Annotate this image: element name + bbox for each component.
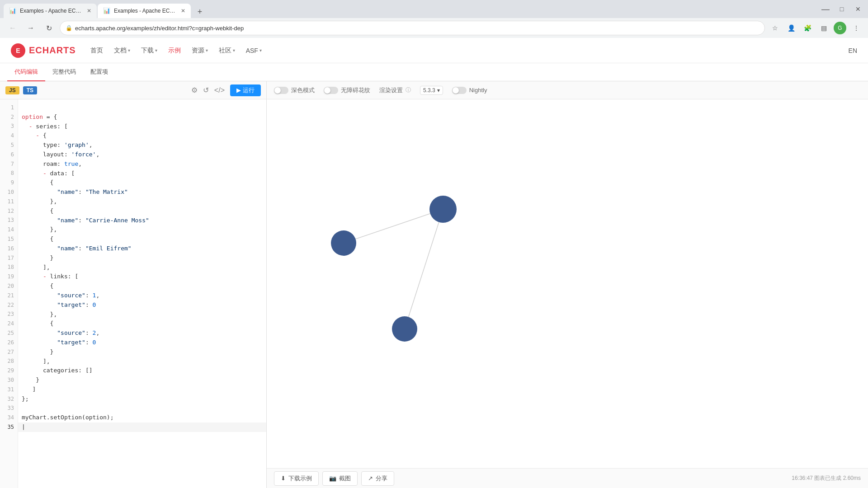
editor-tabs: 代码编辑 完整代码 配置项 [0,63,868,81]
settings-icon[interactable]: ⚙ [191,86,198,94]
refresh-icon[interactable]: ↺ [203,86,209,94]
line-num-4: 4 [0,131,18,141]
docs-arrow: ▾ [128,48,130,53]
chart-bottom: ⬇ 下载示例 📷 截图 ↗ 分享 16:36:47 图表已生成 2.60ms [267,468,868,488]
back-button[interactable]: ← [5,21,20,35]
code-line-8: - data: [ [18,169,266,178]
line-num-24: 24 [0,319,18,328]
line-num-30: 30 [0,375,18,385]
nav-menu: 首页 文档 ▾ 下载 ▾ 示例 资源 ▾ 社区 [90,45,262,56]
code-line-22: "target": 0 [18,300,266,310]
nav-item-community[interactable]: 社区 ▾ [219,45,235,56]
line-num-34: 34 [0,413,18,422]
screenshot-button[interactable]: 📷 截图 [322,471,358,486]
line-num-11: 11 [0,197,18,206]
line-num-29: 29 [0,366,18,375]
code-line-26: "target": 0 [18,338,266,347]
address-bar[interactable]: 🔒 echarts.apache.org/examples/zh/editor.… [60,21,765,35]
code-line-34: myChart.setOption(option); [18,413,266,422]
tab-code-edit[interactable]: 代码编辑 [7,63,45,81]
tab-config[interactable]: 配置项 [83,63,115,81]
logo-area: E ECHARTS [11,43,76,58]
line-num-27: 27 [0,347,18,357]
url-text: echarts.apache.org/examples/zh/editor.ht… [75,25,759,32]
accessibility-toggle[interactable] [324,87,338,94]
dark-mode-toggle[interactable] [274,87,288,94]
code-editor[interactable]: 1 2 3 4 5 6 7 8 9 10 11 12 13 14 [0,99,266,488]
line-num-12: 12 [0,206,18,216]
minimize-button[interactable]: — [819,3,832,15]
render-settings-group[interactable]: 渲染设置 ⓘ [379,86,411,94]
new-tab-button[interactable]: + [193,5,206,18]
chart-node-3[interactable] [392,316,417,342]
code-line-19: - links: [ [18,272,266,282]
code-toolbar-icons: ⚙ ↺ </> ▶ 运行 [191,84,261,96]
nav-item-examples[interactable]: 示例 [168,45,181,56]
extensions-icon[interactable]: 🧩 [801,22,814,34]
toolbar-actions: ☆ 👤 🧩 ▤ G ⋮ [769,22,863,34]
maximize-button[interactable]: □ [835,3,848,15]
browser-tab-2[interactable]: 📊 Examples - Apache ECharts ✕ [98,4,191,18]
tab-favicon-1: 📊 [9,7,16,14]
code-line-10: "name": "The Matrix" [18,188,266,197]
bookmark-icon[interactable]: ☆ [769,22,781,34]
dark-mode-knob [274,87,281,94]
js-tab[interactable]: JS [5,86,19,94]
tab-close-2[interactable]: ✕ [181,8,185,14]
line-numbers: 1 2 3 4 5 6 7 8 9 10 11 12 13 14 [0,99,18,488]
nav-item-home[interactable]: 首页 [90,45,103,56]
ts-tab[interactable]: TS [23,86,37,94]
line-num-16: 16 [0,244,18,253]
code-line-6: layout: 'force', [18,150,266,160]
line-num-23: 23 [0,310,18,319]
echarts-logo-icon: E [11,43,25,58]
tab-full-code[interactable]: 完整代码 [45,63,83,81]
line-num-7: 7 [0,160,18,169]
chart-link-1 [344,209,443,243]
share-button[interactable]: ↗ 分享 [361,471,394,486]
dark-mode-label: 深色模式 [291,86,315,94]
code-line-5: type: 'graph', [18,141,266,150]
nav-item-docs[interactable]: 文档 ▾ [114,45,130,56]
code-line-16: "name": "Emil Eifrem" [18,244,266,253]
sidebar-icon[interactable]: ▤ [817,22,830,34]
code-line-11: }, [18,197,266,206]
version-selector[interactable]: 5.3.3 ▾ [420,86,443,95]
code-lines[interactable]: option = { - series: [ - { type: 'graph'… [18,99,266,488]
forward-button[interactable]: → [24,21,38,35]
nav-item-download[interactable]: 下载 ▾ [141,45,157,56]
line-num-32: 32 [0,394,18,404]
nav-item-asf[interactable]: ASF ▾ [246,45,262,56]
profile-avatar[interactable]: G [834,22,846,34]
chart-node-2[interactable] [331,230,356,256]
line-num-1: 1 [0,103,18,113]
timestamp: 16:36:47 图表已生成 2.60ms [792,474,861,482]
run-button[interactable]: ▶ 运行 [230,84,261,96]
code-line-12: { [18,206,266,216]
window-close-button[interactable]: ✕ [852,3,864,15]
menu-icon[interactable]: ⋮ [850,22,863,34]
language-switch[interactable]: EN [849,47,857,54]
chart-area [267,99,868,468]
reload-button[interactable]: ↻ [42,21,56,35]
tab-close-1[interactable]: ✕ [87,8,91,14]
nightly-label: Nightly [469,87,487,94]
code-line-28: ], [18,357,266,366]
profile-icon[interactable]: 👤 [785,22,797,34]
nightly-toggle[interactable] [452,87,467,94]
asf-arrow: ▾ [259,48,262,53]
share-icon: ↗ [368,475,373,482]
code-line-2: option = { [18,113,266,122]
nav-item-resources[interactable]: 资源 ▾ [192,45,208,56]
download-button[interactable]: ⬇ 下载示例 [274,471,319,486]
code-line-3: - series: [ [18,122,266,131]
code-line-4: - { [18,131,266,141]
version-arrow: ▾ [437,87,440,94]
chart-link-2 [405,209,443,329]
line-num-26: 26 [0,338,18,347]
line-num-31: 31 [0,385,18,394]
chart-node-1[interactable] [429,196,457,223]
version-text: 5.3.3 [423,87,435,94]
browser-tab-1[interactable]: 📊 Examples - Apache ECharts ✕ [4,4,97,18]
embed-icon[interactable]: </> [214,86,225,94]
